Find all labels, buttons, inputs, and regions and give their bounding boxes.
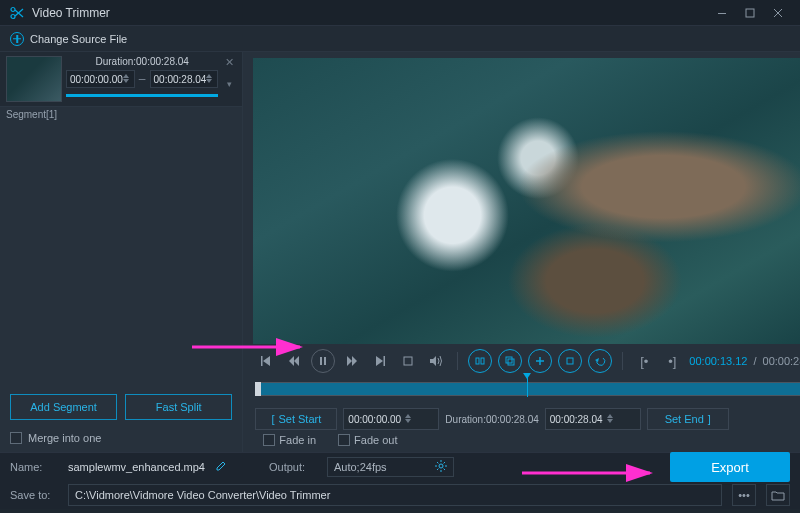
segments-panel: Duration:00:00:28.04 00:00:00.00 – 00:00… xyxy=(0,52,243,452)
change-source-row[interactable]: Change Source File xyxy=(0,26,800,52)
copy-segment-icon[interactable] xyxy=(498,349,522,373)
svg-marker-10 xyxy=(289,356,294,366)
svg-marker-11 xyxy=(294,356,299,366)
merge-label: Merge into one xyxy=(28,432,101,444)
svg-marker-15 xyxy=(352,356,357,366)
edit-name-icon[interactable] xyxy=(215,460,227,474)
add-marker-icon[interactable] xyxy=(528,349,552,373)
svg-rect-26 xyxy=(567,358,573,364)
svg-line-34 xyxy=(443,469,444,470)
svg-rect-4 xyxy=(718,13,726,14)
svg-rect-17 xyxy=(384,356,386,366)
video-preview xyxy=(253,58,800,344)
volume-icon[interactable] xyxy=(425,350,447,372)
skip-start-icon[interactable] xyxy=(255,350,277,372)
svg-rect-22 xyxy=(506,357,512,363)
gear-icon[interactable] xyxy=(435,460,447,474)
play-pause-button[interactable] xyxy=(311,349,335,373)
svg-line-33 xyxy=(437,462,438,463)
app-title: Video Trimmer xyxy=(32,6,110,20)
current-time: 00:00:13.12 xyxy=(689,355,747,367)
svg-line-3 xyxy=(15,9,23,16)
segment-duration: Duration:00:00:28.04 xyxy=(66,56,218,67)
svg-marker-19 xyxy=(430,356,436,366)
svg-point-1 xyxy=(11,14,15,18)
svg-marker-14 xyxy=(347,356,352,366)
svg-line-2 xyxy=(15,10,23,17)
prev-frame-icon[interactable] xyxy=(283,350,305,372)
step-down-icon[interactable] xyxy=(206,79,214,84)
svg-rect-12 xyxy=(320,357,322,365)
skip-end-icon[interactable] xyxy=(369,350,391,372)
svg-rect-18 xyxy=(404,357,412,365)
footer: Name: samplewmv_enhanced.mp4 Output: Aut… xyxy=(0,452,800,509)
end-time-input[interactable]: 00:00:28.04 xyxy=(545,408,641,430)
segment-end-input[interactable]: 00:00:28.04 xyxy=(150,70,219,88)
stop-icon[interactable] xyxy=(397,350,419,372)
browse-button[interactable]: ••• xyxy=(732,484,756,506)
plus-circle-icon xyxy=(10,32,24,46)
svg-rect-8 xyxy=(261,356,263,366)
maximize-button[interactable] xyxy=(736,3,764,23)
delete-segment-icon[interactable] xyxy=(558,349,582,373)
output-value: Auto;24fps xyxy=(334,461,387,473)
timeline-track[interactable] xyxy=(255,382,800,396)
svg-line-35 xyxy=(443,462,444,463)
segment-label: Segment[1] xyxy=(0,107,242,122)
timeline[interactable] xyxy=(253,378,800,404)
trim-left-handle[interactable] xyxy=(255,382,261,396)
fade-out-checkbox[interactable]: Fade out xyxy=(338,434,397,446)
open-folder-button[interactable] xyxy=(766,484,790,506)
segment-thumbnail xyxy=(6,56,62,102)
undo-icon[interactable] xyxy=(588,349,612,373)
name-value: samplewmv_enhanced.mp4 xyxy=(68,461,205,473)
range-dash: – xyxy=(139,72,146,86)
svg-marker-16 xyxy=(376,356,383,366)
fade-in-checkbox[interactable]: Fade in xyxy=(263,434,316,446)
total-time: 00:00:28.04 xyxy=(763,355,800,367)
set-start-button[interactable]: [Set Start xyxy=(255,408,337,430)
split-tool-icon[interactable] xyxy=(468,349,492,373)
start-time-input[interactable]: 00:00:00.00 xyxy=(343,408,439,430)
duration-label: Duration:00:00:28.04 xyxy=(445,414,538,425)
saveto-input[interactable]: C:\Vidmore\Vidmore Video Converter\Video… xyxy=(68,484,722,506)
svg-rect-21 xyxy=(481,358,484,364)
step-down-icon[interactable] xyxy=(607,419,615,424)
start-end-row: [Set Start 00:00:00.00 Duration:00:00:28… xyxy=(253,404,800,434)
svg-rect-23 xyxy=(508,359,514,365)
bracket-in-icon[interactable]: [• xyxy=(633,350,655,372)
segment-progress xyxy=(66,94,218,97)
change-source-label: Change Source File xyxy=(30,33,127,45)
close-button[interactable] xyxy=(764,3,792,23)
checkbox-icon xyxy=(338,434,350,446)
remove-segment-icon[interactable]: ✕ xyxy=(225,56,234,69)
scissors-icon xyxy=(8,4,26,22)
svg-rect-5 xyxy=(746,9,754,17)
segment-start-input[interactable]: 00:00:00.00 xyxy=(66,70,135,88)
output-label: Output: xyxy=(269,461,313,473)
checkbox-icon xyxy=(10,432,22,444)
step-down-icon[interactable] xyxy=(123,79,131,84)
step-down-icon[interactable] xyxy=(405,419,413,424)
bracket-out-icon[interactable]: •] xyxy=(661,350,683,372)
playhead[interactable] xyxy=(527,375,528,397)
title-bar: Video Trimmer xyxy=(0,0,800,26)
fast-split-button[interactable]: Fast Split xyxy=(125,394,232,420)
saveto-label: Save to: xyxy=(10,489,62,501)
set-end-button[interactable]: Set End] xyxy=(647,408,729,430)
next-frame-icon[interactable] xyxy=(341,350,363,372)
checkbox-icon xyxy=(263,434,275,446)
svg-line-36 xyxy=(437,469,438,470)
segment-row[interactable]: Duration:00:00:28.04 00:00:00.00 – 00:00… xyxy=(0,52,242,107)
svg-marker-9 xyxy=(263,356,270,366)
svg-rect-20 xyxy=(476,358,479,364)
svg-point-28 xyxy=(439,464,443,468)
svg-point-0 xyxy=(11,7,15,11)
name-label: Name: xyxy=(10,461,62,473)
minimize-button[interactable] xyxy=(708,3,736,23)
chevron-down-icon[interactable]: ▾ xyxy=(227,79,232,89)
add-segment-button[interactable]: Add Segment xyxy=(10,394,117,420)
output-selector[interactable]: Auto;24fps xyxy=(327,457,454,477)
export-button[interactable]: Export xyxy=(670,452,790,482)
merge-into-one-checkbox[interactable]: Merge into one xyxy=(0,428,242,452)
